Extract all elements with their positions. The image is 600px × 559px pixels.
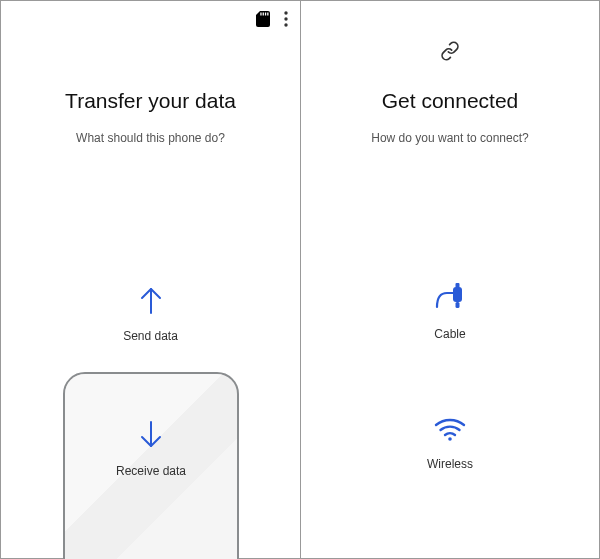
cable-icon xyxy=(433,299,467,316)
wireless-label: Wireless xyxy=(427,457,473,471)
svg-rect-1 xyxy=(263,13,264,16)
svg-rect-2 xyxy=(265,13,266,16)
arrow-down-icon xyxy=(137,436,165,453)
connect-pane: Get connected How do you want to connect… xyxy=(301,1,599,558)
sd-card-icon[interactable] xyxy=(256,11,270,31)
two-pane-container: Transfer your data What should this phon… xyxy=(0,0,600,559)
receive-label: Receive data xyxy=(65,464,237,478)
connect-title: Get connected xyxy=(301,89,599,113)
wifi-icon xyxy=(434,429,466,446)
send-label: Send data xyxy=(123,329,178,343)
arrow-up-icon xyxy=(137,301,165,318)
cable-option[interactable]: Cable xyxy=(301,283,599,342)
transfer-subtitle: What should this phone do? xyxy=(1,131,300,145)
svg-point-4 xyxy=(284,11,287,14)
svg-point-12 xyxy=(448,437,452,441)
link-icon xyxy=(440,47,460,64)
toolbar xyxy=(256,11,288,31)
svg-point-5 xyxy=(284,17,287,20)
wireless-option[interactable]: Wireless xyxy=(301,417,599,472)
link-icon-wrap xyxy=(301,41,599,65)
svg-rect-0 xyxy=(260,13,261,16)
connect-subtitle: How do you want to connect? xyxy=(301,131,599,145)
more-options-icon[interactable] xyxy=(284,11,288,31)
svg-point-6 xyxy=(284,23,287,26)
send-option[interactable]: Send data xyxy=(1,285,300,344)
transfer-pane: Transfer your data What should this phon… xyxy=(1,1,301,558)
transfer-title: Transfer your data xyxy=(1,89,300,113)
svg-rect-3 xyxy=(267,13,268,16)
receive-option[interactable]: Receive data xyxy=(63,372,239,559)
svg-rect-9 xyxy=(453,287,462,302)
svg-rect-10 xyxy=(456,283,460,288)
cable-label: Cable xyxy=(433,327,467,341)
svg-rect-11 xyxy=(456,302,460,308)
